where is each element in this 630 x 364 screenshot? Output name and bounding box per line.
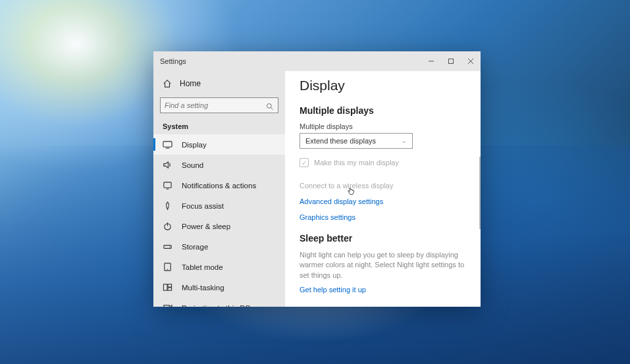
svg-point-12 — [170, 246, 171, 247]
section-question: Do you have a question? Get help — [300, 305, 466, 307]
svg-point-14 — [167, 269, 168, 270]
sound-icon — [163, 160, 172, 170]
sidebar-item-storage[interactable]: Storage — [153, 236, 285, 257]
settings-window: Settings Home — [153, 51, 481, 307]
project-icon — [163, 303, 172, 307]
chevron-down-icon: ⌄ — [402, 138, 407, 144]
sidebar-item-label: Sound — [182, 161, 203, 169]
svg-rect-17 — [168, 288, 172, 290]
close-button[interactable] — [461, 51, 481, 71]
window-titlebar[interactable]: Settings — [153, 51, 481, 71]
svg-rect-18 — [164, 305, 169, 307]
window-content: Home System Display Sound — [153, 71, 481, 307]
section-multiple-displays: Multiple displays Multiple displays Exte… — [300, 105, 466, 221]
sidebar-item-label: Notifications & actions — [182, 182, 256, 190]
svg-rect-16 — [168, 284, 172, 287]
sidebar-item-label: Display — [182, 141, 207, 149]
checkbox-main-display: ✓ Make this my main display — [300, 158, 466, 167]
sidebar-home-label: Home — [180, 79, 201, 88]
tablet-icon — [163, 262, 172, 272]
sidebar-item-focus[interactable]: Focus assist — [153, 195, 285, 216]
minimize-button[interactable] — [421, 51, 441, 71]
page-title: Display — [300, 78, 466, 93]
search-box[interactable] — [160, 97, 278, 113]
sidebar-item-display[interactable]: Display — [153, 134, 285, 155]
sidebar-item-power[interactable]: Power & sleep — [153, 216, 285, 236]
link-connect-wireless[interactable]: Connect to a wireless display — [300, 182, 466, 190]
checkbox-main-display-box[interactable]: ✓ — [300, 158, 309, 167]
link-advanced-display[interactable]: Advanced display settings — [300, 197, 466, 205]
search-input[interactable] — [165, 101, 266, 109]
sleep-better-description: Night light can help you get to sleep by… — [300, 250, 466, 280]
sidebar-item-notifications[interactable]: Notifications & actions — [153, 175, 285, 195]
field-label-multiple-displays: Multiple displays — [300, 122, 466, 130]
svg-rect-1 — [449, 59, 454, 64]
section-sleep-better: Sleep better Night light can help you ge… — [300, 233, 466, 294]
notifications-icon — [163, 180, 172, 190]
sidebar-item-sound[interactable]: Sound — [153, 155, 285, 175]
home-icon — [163, 79, 172, 88]
sidebar: Home System Display Sound — [153, 71, 285, 307]
power-icon — [163, 221, 172, 231]
sidebar-item-label: Storage — [182, 243, 208, 251]
sidebar-item-label: Focus assist — [182, 202, 224, 210]
maximize-button[interactable] — [441, 51, 461, 71]
sidebar-item-label: Multi-tasking — [182, 284, 224, 292]
window-controls — [421, 51, 481, 71]
dropdown-value: Extend these displays — [305, 137, 376, 145]
section-heading-multiple-displays: Multiple displays — [300, 105, 466, 116]
window-title: Settings — [153, 57, 186, 65]
cursor-hand-icon — [346, 186, 355, 197]
sidebar-home[interactable]: Home — [153, 74, 285, 93]
sidebar-category: System — [153, 118, 285, 134]
link-sleep-help[interactable]: Get help setting it up — [300, 286, 466, 294]
dropdown-multiple-displays[interactable]: Extend these displays ⌄ — [300, 133, 413, 149]
svg-line-5 — [271, 108, 273, 110]
svg-point-4 — [267, 104, 272, 109]
sidebar-item-projecting[interactable]: Projecting to this PC — [153, 298, 285, 307]
sidebar-item-label: Tablet mode — [182, 263, 223, 271]
svg-rect-8 — [164, 182, 171, 188]
svg-rect-15 — [163, 284, 167, 290]
multitask-icon — [163, 282, 172, 292]
section-heading-question: Do you have a question? — [300, 305, 466, 307]
section-heading-sleep-better: Sleep better — [300, 233, 466, 244]
search-icon — [266, 101, 274, 109]
storage-icon — [163, 242, 172, 251]
sidebar-item-label: Projecting to this PC — [182, 304, 250, 307]
svg-rect-6 — [163, 142, 172, 147]
sidebar-item-label: Power & sleep — [182, 222, 230, 230]
link-graphics-settings[interactable]: Graphics settings — [300, 213, 466, 221]
scrollbar[interactable] — [479, 157, 481, 229]
checkbox-label: Make this my main display — [314, 159, 399, 167]
main-panel: Display Multiple displays Multiple displ… — [285, 71, 481, 307]
display-icon — [163, 140, 172, 149]
sidebar-item-tablet[interactable]: Tablet mode — [153, 257, 285, 277]
sidebar-item-multitasking[interactable]: Multi-tasking — [153, 277, 285, 298]
focus-icon — [163, 201, 172, 211]
